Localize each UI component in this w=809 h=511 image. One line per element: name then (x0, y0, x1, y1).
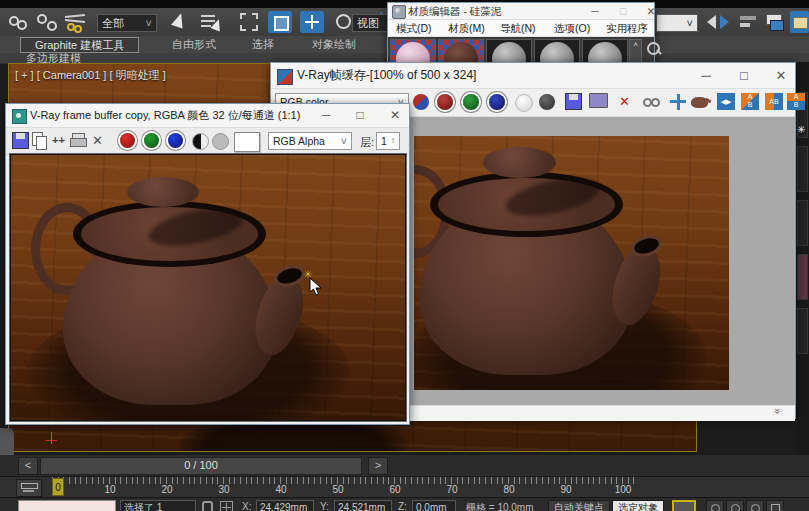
auto-key-button[interactable]: 自动关键点 (548, 500, 610, 511)
alpha-toggle-icon[interactable] (192, 133, 209, 150)
ab-compare-horizontal-icon[interactable]: AB (765, 93, 783, 110)
copy-to-clipboard-icon[interactable] (32, 132, 48, 149)
expand-panel-icon[interactable]: » (772, 408, 784, 414)
time-slider[interactable]: 0 / 100 (40, 457, 362, 475)
blue-channel-icon[interactable] (168, 133, 183, 148)
tick-label: 80 (503, 484, 514, 495)
green-channel-icon[interactable] (463, 94, 479, 110)
material-editor-menubar: 模式(D) 材质(M) 导航(N) 选项(O) 实用程序(U) (388, 20, 654, 37)
minimize-icon[interactable]: ─ (691, 63, 721, 88)
x-label: X: (242, 501, 251, 511)
y-coordinate-field[interactable]: 24.521mm (334, 500, 392, 511)
maxscript-mini-listener[interactable] (18, 500, 116, 511)
ab-compare-vertical-icon[interactable]: AB (787, 93, 805, 110)
scroll-up-icon[interactable]: ˄ (633, 40, 638, 49)
mouse-cursor: ✳ (309, 277, 322, 298)
tick-label: 50 (332, 484, 343, 495)
orbit-viewport-icon[interactable] (746, 500, 764, 511)
selection-filter-dropdown[interactable]: 全部 ˅ (97, 14, 157, 32)
selection-region-icon[interactable] (240, 13, 258, 31)
layer-spinner[interactable]: 1 ↕ (376, 132, 400, 150)
tab-selection[interactable]: 选择 (238, 37, 288, 51)
ab-compare-diagonal-icon[interactable]: AB (741, 93, 759, 110)
track-bar[interactable]: 0 10 20 30 40 50 60 70 80 90 100 (0, 476, 809, 498)
selection-lock-icon[interactable] (202, 501, 213, 511)
select-and-move-icon[interactable] (300, 11, 324, 33)
track-mouse-icon[interactable] (669, 94, 687, 111)
mono-toggle-icon[interactable] (212, 133, 229, 150)
viewport-label[interactable]: [ + ] [ Camera001 ] [ 明暗处理 ] (15, 68, 166, 83)
compare-horizontal-icon[interactable]: ◀▶ (717, 93, 735, 110)
vfb-copy-titlebar[interactable]: V-Ray frame buffer copy, RGBA 颜色 32 位/每通… (6, 104, 409, 128)
vfb-copy-canvas-area[interactable]: ✳ (9, 153, 407, 422)
close-icon[interactable]: ✕ (382, 104, 408, 127)
vfb-copy-window-icon (12, 109, 27, 124)
tab-object-paint[interactable]: 对象绘制 (298, 37, 370, 51)
minimize-icon[interactable]: ─ (584, 3, 606, 19)
maximize-icon[interactable]: □ (612, 3, 634, 19)
menu-options[interactable]: 选项(O) (554, 20, 590, 36)
select-and-link-icon[interactable] (8, 12, 30, 32)
bind-to-space-warp-icon[interactable] (64, 12, 88, 32)
vfb-titlebar[interactable]: V-Ray帧缓存-[100% of 500 x 324] ─ □ ✕ (271, 63, 795, 89)
blue-channel-icon[interactable] (489, 94, 505, 110)
maximize-icon[interactable]: □ (729, 63, 759, 88)
alpha-channel-icon[interactable] (515, 94, 533, 112)
zoom-viewport-icon[interactable] (706, 500, 724, 511)
vfb-copy-channel-dropdown[interactable]: RGB Alpha ˅ (268, 132, 352, 150)
next-frame-button[interactable]: > (368, 457, 388, 475)
clear-image-icon[interactable]: ✕ (92, 133, 103, 148)
print-icon[interactable] (70, 133, 87, 148)
tab-freeform[interactable]: 自由形式 (158, 37, 230, 51)
magnify-tool-icon[interactable] (646, 41, 662, 57)
tick-label: 60 (389, 484, 400, 495)
menu-mode[interactable]: 模式(D) (396, 20, 432, 36)
3dsmax-application: 全部 ˅ (0, 0, 809, 511)
select-object-icon[interactable] (168, 12, 188, 32)
select-and-rotate-icon[interactable] (334, 12, 354, 32)
background-color-swatch[interactable] (234, 132, 260, 152)
menu-material[interactable]: 材质(M) (448, 20, 485, 36)
vfb-copy-render-image[interactable]: ✳ (11, 155, 405, 420)
mirror-icon[interactable] (706, 12, 732, 32)
selection-filter-button[interactable]: 选定对象 (612, 500, 664, 511)
save-image-icon[interactable] (565, 93, 582, 110)
mini-curve-editor-icon[interactable] (16, 479, 42, 497)
vfb-render-image[interactable] (414, 136, 729, 390)
z-coordinate-field[interactable]: 0.0mm (412, 500, 456, 511)
load-image-icon[interactable] (589, 93, 608, 108)
green-channel-icon[interactable] (144, 133, 159, 148)
save-image-icon[interactable] (12, 132, 29, 149)
axis-gizmo-icon (45, 432, 61, 448)
right-dropdown[interactable]: ˅ (656, 14, 698, 32)
region-render-icon[interactable] (691, 97, 708, 108)
zoom-all-icon[interactable] (726, 500, 744, 511)
maximize-icon[interactable]: □ (346, 104, 374, 127)
material-editor-titlebar[interactable]: 材质编辑器 - 硅藻泥 ─ □ ✕ (388, 3, 654, 20)
absolute-mode-icon[interactable] (220, 501, 233, 511)
selection-status: 选择了 1 (120, 500, 196, 511)
minimize-icon[interactable]: ─ (312, 104, 340, 127)
x-coordinate-field[interactable]: 24.429mm (256, 500, 314, 511)
menu-navigation[interactable]: 导航(N) (500, 20, 536, 36)
unlink-selection-icon[interactable] (36, 12, 58, 32)
link-buffer-icon[interactable] (643, 95, 663, 110)
mono-channel-icon[interactable] (539, 94, 555, 110)
prev-frame-button[interactable]: < (18, 457, 38, 475)
duplicate-buffer-icon[interactable]: ++ (52, 134, 65, 146)
red-channel-icon[interactable] (120, 133, 135, 148)
rgb-channels-icon[interactable] (413, 94, 429, 110)
layer-manager-icon[interactable] (764, 12, 786, 32)
window-crossing-toggle-icon[interactable] (268, 11, 292, 33)
maximize-viewport-icon[interactable] (766, 500, 784, 511)
select-by-name-icon[interactable] (200, 12, 222, 32)
set-key-button[interactable] (672, 500, 696, 511)
close-icon[interactable]: ✕ (767, 63, 795, 88)
close-icon[interactable]: ✕ (640, 3, 662, 19)
red-channel-icon[interactable] (437, 94, 453, 110)
material-editor-toggle-icon[interactable] (790, 11, 809, 33)
clear-image-icon[interactable]: ✕ (619, 94, 630, 109)
align-icon[interactable] (738, 13, 760, 31)
time-thumb[interactable]: 0 (52, 478, 64, 496)
tick-label: 40 (275, 484, 286, 495)
